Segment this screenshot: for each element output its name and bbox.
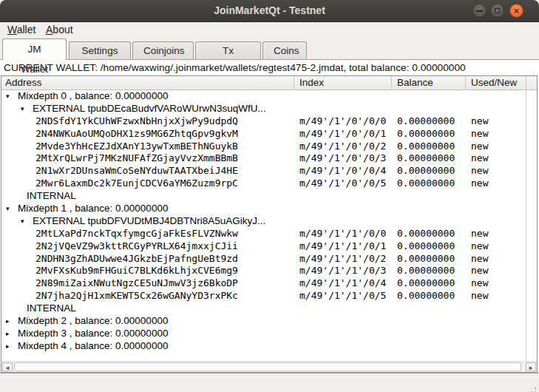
collapsed-arrow-icon[interactable]: ▸ bbox=[6, 340, 10, 353]
address-cell: 2NDSfdY1YkCUhWFzwxNbHnjxXjwPy9udpdQ bbox=[35, 115, 238, 128]
app-window: JoinMarketQt - Testnet × Wallet About JM… bbox=[0, 0, 539, 392]
balance-cell: 0.00000000 bbox=[397, 228, 455, 240]
index-cell: m/49'/1'/0'/0/3 bbox=[299, 152, 386, 165]
balance-cell: 0.00000000 bbox=[397, 290, 455, 303]
mixdepth-label: Mixdepth 2 , balance: 0.00000000 bbox=[18, 315, 168, 328]
wallet-tree: Address Index Balance Used/New ▾ Mixdept… bbox=[1, 75, 538, 373]
header-used-new[interactable]: Used/New bbox=[466, 76, 526, 89]
address-row[interactable]: 2NDHN3gZhADUwwe4JGkzbEjPafngUeBt9zd m/49… bbox=[1, 253, 537, 266]
mixdepth-label: Mixdepth 3 , balance: 0.00000000 bbox=[18, 328, 168, 340]
address-row[interactable]: 2N1wXr2DUnsaWmCoSeNYduwTAATXbeiJ4HE m/49… bbox=[1, 165, 537, 178]
scrollbar-thumb[interactable] bbox=[14, 362, 521, 371]
address-row[interactable]: 2MtXrQLwrPj7MKzNUFAfZGjayVvzXmmBBmB m/49… bbox=[1, 152, 537, 165]
address-row[interactable]: 2N2jVQeVZ9w3kttRCGyPYRLX64jmxxjCJii m/49… bbox=[1, 240, 537, 253]
window-title: JoinMarketQt - Testnet bbox=[0, 0, 539, 22]
expanded-arrow-icon[interactable]: ▾ bbox=[21, 215, 24, 228]
tab-coinjoins[interactable]: Coinjoins bbox=[132, 41, 194, 59]
address-row[interactable]: 2NDSfdY1YkCUhWFzwxNbHnjxXjwPy9udpdQ m/49… bbox=[1, 115, 537, 128]
tree-body: ▾ Mixdepth 0 , balance: 0.00000000 ▾ EXT… bbox=[1, 90, 537, 361]
current-wallet-banner: CURRENT WALLET: /home/waxwing/.joinmarke… bbox=[4, 62, 466, 73]
address-row[interactable]: 2Mwr6LaxmDc2k7EunjCDCV6aYM6Zuzm9rpC m/49… bbox=[1, 178, 537, 190]
status-cell: new bbox=[471, 115, 488, 128]
balance-cell: 0.00000000 bbox=[397, 115, 455, 128]
status-cell: new bbox=[471, 253, 488, 266]
index-cell: m/49'/1'/0'/0/5 bbox=[299, 178, 386, 190]
minimize-icon bbox=[476, 10, 483, 12]
tree-row-branch[interactable]: ▾ EXTERNAL tpubDFVUDtMBJ4DBTNri8A5uAGiky… bbox=[1, 215, 537, 228]
header-filler bbox=[526, 76, 537, 89]
index-cell: m/49'/1'/0'/0/0 bbox=[299, 115, 386, 128]
address-cell: 2MtLXaPd7nckTqxfymgcGjaFkEsFLVZNwkw bbox=[35, 228, 238, 240]
address-cell: 2N89miZaixNWutNgzCE5uNJmwV3jz6BkoDP bbox=[35, 277, 238, 290]
tab-coins[interactable]: Coins bbox=[262, 41, 307, 59]
tree-row-internal[interactable]: INTERNAL bbox=[1, 303, 537, 315]
tree-row-mixdepth-3[interactable]: ▸ Mixdepth 3 , balance: 0.00000000 bbox=[1, 328, 537, 340]
resize-grip[interactable] bbox=[535, 388, 536, 389]
horizontal-scrollbar[interactable]: ◂ ▸ bbox=[1, 361, 537, 372]
close-button[interactable]: × bbox=[509, 4, 523, 18]
address-cell: 2N7jha2QjH1xmKEWT5Cx26wGANyYD3rxPKc bbox=[35, 290, 238, 303]
branch-label: INTERNAL bbox=[27, 190, 76, 203]
balance-cell: 0.00000000 bbox=[397, 253, 455, 266]
balance-cell: 0.00000000 bbox=[397, 128, 455, 141]
tab-jm-wallet[interactable]: JM Wallet bbox=[2, 38, 67, 60]
tree-row-branch[interactable]: ▾ EXTERNAL tpubDEcaBudvfVARoWUrwN3suqWfU… bbox=[1, 103, 537, 115]
balance-cell: 0.00000000 bbox=[397, 265, 455, 277]
scroll-right-button[interactable]: ▸ bbox=[526, 362, 536, 371]
scroll-left-icon: ◂ bbox=[6, 364, 10, 371]
branch-label: EXTERNAL tpubDFVUDtMBJ4DBTNri8A5uAGikyJ.… bbox=[33, 215, 265, 228]
tab-settings[interactable]: Settings bbox=[69, 41, 131, 59]
collapsed-arrow-icon[interactable]: ▸ bbox=[6, 328, 10, 340]
status-cell: new bbox=[471, 228, 488, 240]
tree-header: Address Index Balance Used/New bbox=[1, 76, 537, 90]
address-cell: 2NDHN3gZhADUwwe4JGkzbEjPafngUeBt9zd bbox=[35, 253, 238, 266]
menu-about[interactable]: About bbox=[41, 22, 78, 38]
status-cell: new bbox=[471, 290, 488, 303]
column-gutter-line bbox=[526, 90, 526, 361]
tree-row-internal[interactable]: INTERNAL bbox=[1, 190, 537, 203]
tab-tx-history[interactable]: Tx History bbox=[195, 41, 261, 59]
status-cell: new bbox=[471, 128, 488, 141]
branch-label: INTERNAL bbox=[27, 303, 76, 315]
menu-wallet[interactable]: Wallet bbox=[3, 22, 40, 38]
address-row[interactable]: 2Mvde3YhHcEZJdXAnY13ywTxmBEThNGuykB m/49… bbox=[1, 141, 537, 153]
status-cell: new bbox=[471, 152, 488, 165]
maximize-button[interactable] bbox=[490, 4, 504, 18]
branch-label: EXTERNAL tpubDEcaBudvfVARoWUrwN3suqWfU..… bbox=[33, 103, 266, 115]
tree-row-mixdepth-2[interactable]: ▸ Mixdepth 2 , balance: 0.00000000 bbox=[1, 315, 537, 328]
status-cell: new bbox=[471, 178, 488, 190]
address-row[interactable]: 2N7jha2QjH1xmKEWT5Cx26wGANyYD3rxPKc m/49… bbox=[1, 290, 537, 303]
collapsed-arrow-icon[interactable]: ▸ bbox=[6, 315, 10, 328]
tree-row-mixdepth-4[interactable]: ▸ Mixdepth 4 , balance: 0.00000000 bbox=[1, 340, 537, 353]
balance-cell: 0.00000000 bbox=[397, 277, 455, 290]
index-cell: m/49'/1'/1'/0/1 bbox=[299, 240, 386, 253]
balance-cell: 0.00000000 bbox=[397, 240, 455, 253]
index-cell: m/49'/1'/1'/0/2 bbox=[299, 253, 386, 266]
header-balance[interactable]: Balance bbox=[392, 76, 466, 89]
balance-cell: 0.00000000 bbox=[397, 152, 455, 165]
tree-row-mixdepth-1[interactable]: ▾ Mixdepth 1 , balance: 0.00000000 bbox=[1, 203, 537, 215]
expanded-arrow-icon[interactable]: ▾ bbox=[21, 103, 24, 115]
expanded-arrow-icon[interactable]: ▾ bbox=[6, 203, 10, 215]
address-cell: 2Mwr6LaxmDc2k7EunjCDCV6aYM6Zuzm9rpC bbox=[35, 178, 238, 190]
address-row[interactable]: 2N4NWKuAoUMQoDHX1zs9MG6ZhtqGpv9gkvM m/49… bbox=[1, 128, 537, 141]
minimize-button[interactable] bbox=[472, 4, 487, 18]
status-cell: new bbox=[471, 265, 488, 277]
status-cell: new bbox=[471, 165, 488, 178]
address-row[interactable]: 2N89miZaixNWutNgzCE5uNJmwV3jz6BkoDP m/49… bbox=[1, 277, 537, 290]
mixdepth-label: Mixdepth 0 , balance: 0.00000000 bbox=[18, 90, 168, 103]
scroll-left-button[interactable]: ◂ bbox=[2, 362, 13, 371]
titlebar[interactable]: JoinMarketQt - Testnet × bbox=[0, 0, 539, 22]
header-index[interactable]: Index bbox=[294, 76, 392, 89]
address-row[interactable]: 2MvFXsKub9mFHGuiC7BLKd6kLhjxCVE6mg9 m/49… bbox=[1, 265, 537, 277]
index-cell: m/49'/1'/0'/0/4 bbox=[299, 165, 386, 178]
status-cell: new bbox=[471, 277, 488, 290]
expanded-arrow-icon[interactable]: ▾ bbox=[6, 90, 10, 103]
tree-row-mixdepth-0[interactable]: ▾ Mixdepth 0 , balance: 0.00000000 bbox=[1, 90, 537, 103]
index-cell: m/49'/1'/1'/0/3 bbox=[299, 265, 386, 277]
address-cell: 2MvFXsKub9mFHGuiC7BLKd6kLhjxCVE6mg9 bbox=[35, 265, 238, 277]
address-row[interactable]: 2MtLXaPd7nckTqxfymgcGjaFkEsFLVZNwkw m/49… bbox=[1, 228, 537, 240]
menubar: Wallet About bbox=[0, 22, 539, 38]
balance-cell: 0.00000000 bbox=[397, 178, 455, 190]
tab-pane: CURRENT WALLET: /home/waxwing/.joinmarke… bbox=[0, 59, 539, 374]
